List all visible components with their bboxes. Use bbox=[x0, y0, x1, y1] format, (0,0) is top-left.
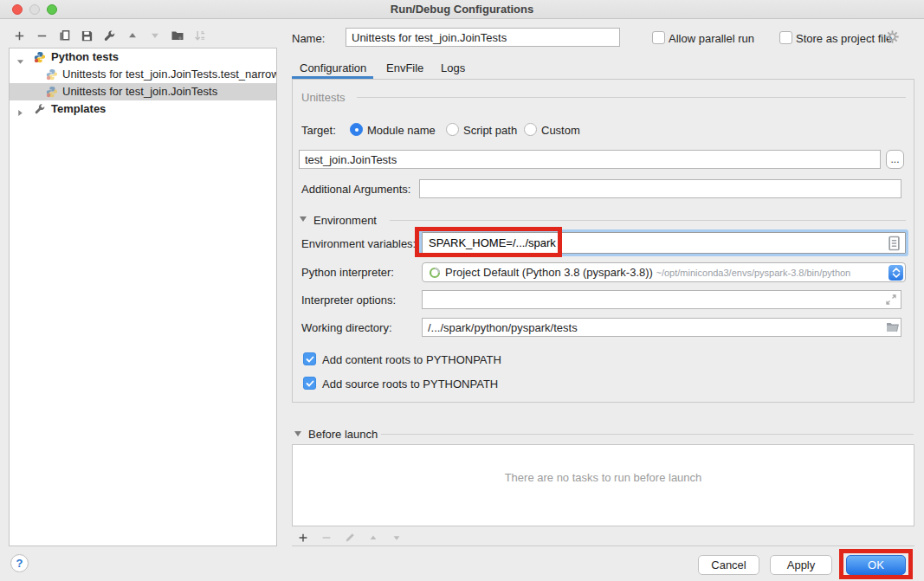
environment-variables-input[interactable] bbox=[423, 233, 905, 253]
configurations-toolbar bbox=[12, 27, 207, 44]
combo-stepper-icon[interactable] bbox=[888, 265, 903, 281]
before-launch-empty-text: There are no tasks to run before launch bbox=[293, 471, 914, 484]
wrench-icon bbox=[34, 103, 46, 115]
browse-env-vars-icon[interactable] bbox=[888, 236, 901, 254]
target-custom-label: Custom bbox=[541, 124, 580, 137]
tree-item-test-narrow[interactable]: Unittests for test_join.JoinTests.test_n… bbox=[10, 66, 276, 83]
run-debug-configurations-dialog: Run/Debug Configurations bbox=[0, 0, 924, 581]
chevron-down-icon[interactable] bbox=[16, 54, 24, 66]
python-interpreter-combo[interactable]: Project Default (Python 3.8 (pyspark-3.8… bbox=[422, 262, 906, 282]
unittests-group-label: Unittests bbox=[301, 91, 346, 104]
apply-button[interactable]: Apply bbox=[770, 555, 832, 575]
group-divider bbox=[357, 97, 906, 98]
sort-alphabetically-icon bbox=[192, 29, 207, 43]
additional-arguments-input[interactable] bbox=[419, 179, 901, 198]
browse-module-button[interactable]: ... bbox=[886, 150, 904, 169]
python-interpreter-value: Project Default (Python 3.8 (pyspark-3.8… bbox=[445, 266, 850, 279]
working-directory-label: Working directory: bbox=[301, 321, 392, 334]
additional-arguments-label: Additional Arguments: bbox=[301, 183, 410, 196]
target-script-path-label: Script path bbox=[463, 124, 517, 137]
expand-field-icon[interactable] bbox=[885, 294, 897, 308]
folder-icon[interactable] bbox=[886, 321, 900, 336]
new-folder-icon[interactable] bbox=[170, 29, 184, 43]
python-interpreter-path: ~/opt/miniconda3/envs/pyspark-3.8/bin/py… bbox=[656, 268, 851, 278]
working-directory-input[interactable] bbox=[422, 318, 901, 337]
remove-task-icon bbox=[319, 530, 333, 545]
allow-parallel-run-label: Allow parallel run bbox=[669, 32, 754, 45]
add-source-roots-checkbox[interactable] bbox=[303, 377, 316, 390]
ok-button[interactable]: OK bbox=[846, 555, 906, 575]
module-name-input[interactable] bbox=[299, 150, 881, 169]
move-task-up-icon bbox=[365, 530, 380, 545]
before-launch-divider bbox=[381, 434, 914, 435]
target-label: Target: bbox=[301, 124, 336, 137]
target-custom-radio[interactable] bbox=[524, 123, 537, 136]
python-test-icon bbox=[46, 68, 58, 81]
content-bottom-divider bbox=[292, 545, 914, 546]
python-interpreter-label: Python interpreter: bbox=[301, 266, 394, 279]
before-launch-collapse-icon[interactable] bbox=[294, 431, 301, 436]
copy-configuration-icon[interactable] bbox=[57, 29, 72, 43]
environment-collapse-icon[interactable] bbox=[300, 216, 307, 222]
chevron-right-icon[interactable] bbox=[16, 105, 24, 118]
add-source-roots-label: Add source roots to PYTHONPATH bbox=[322, 378, 498, 391]
allow-parallel-run-checkbox[interactable] bbox=[652, 31, 665, 44]
gear-icon[interactable] bbox=[885, 29, 900, 47]
target-module-name-label: Module name bbox=[367, 124, 436, 137]
tab-logs[interactable]: Logs bbox=[441, 61, 465, 74]
add-content-roots-label: Add content roots to PYTHONPATH bbox=[322, 353, 501, 366]
environment-header: Environment bbox=[313, 214, 377, 227]
target-module-name-radio[interactable] bbox=[350, 123, 363, 136]
save-configuration-icon[interactable] bbox=[80, 29, 94, 43]
store-as-project-file-checkbox[interactable] bbox=[779, 31, 792, 44]
add-configuration-icon[interactable] bbox=[12, 29, 27, 43]
edit-task-icon bbox=[342, 530, 357, 545]
python-tests-icon bbox=[34, 51, 46, 63]
move-up-icon[interactable] bbox=[125, 29, 139, 43]
tab-configuration[interactable]: Configuration bbox=[300, 61, 366, 74]
titlebar: Run/Debug Configurations bbox=[0, 0, 924, 19]
add-task-icon[interactable] bbox=[295, 530, 310, 545]
tree-item-label: Unittests for test_join.JoinTests.test_n… bbox=[62, 66, 276, 83]
conda-environment-icon bbox=[429, 267, 441, 281]
environment-variables-field[interactable] bbox=[422, 232, 906, 254]
edit-templates-icon[interactable] bbox=[102, 29, 117, 43]
tree-item-label: Unittests for test_join.JoinTests bbox=[62, 83, 217, 100]
remove-configuration-icon[interactable] bbox=[35, 29, 49, 43]
name-label: Name: bbox=[292, 32, 325, 45]
window-title: Run/Debug Configurations bbox=[0, 0, 924, 19]
interpreter-options-input[interactable] bbox=[422, 290, 901, 309]
tree-item-python-tests[interactable]: Python tests bbox=[10, 48, 276, 66]
interpreter-options-label: Interpreter options: bbox=[301, 294, 396, 307]
help-button[interactable]: ? bbox=[10, 554, 29, 572]
store-as-project-file-label: Store as project file bbox=[796, 32, 892, 45]
environment-divider bbox=[390, 220, 906, 221]
move-down-icon bbox=[147, 29, 162, 43]
add-content-roots-checkbox[interactable] bbox=[303, 352, 316, 365]
cancel-button[interactable]: Cancel bbox=[698, 555, 759, 575]
before-launch-task-list: There are no tasks to run before launch bbox=[292, 444, 914, 526]
configurations-tree: Python tests Unittests for test_join.Joi… bbox=[9, 48, 277, 546]
tree-item-templates[interactable]: Templates bbox=[10, 100, 276, 118]
tree-item-jointests-selected[interactable]: Unittests for test_join.JoinTests bbox=[10, 83, 276, 100]
before-launch-toolbar bbox=[295, 530, 404, 545]
tree-item-label: Templates bbox=[51, 100, 106, 118]
name-input[interactable] bbox=[346, 28, 620, 47]
before-launch-header: Before launch bbox=[308, 428, 378, 441]
python-test-icon bbox=[46, 86, 58, 98]
move-task-down-icon bbox=[389, 530, 404, 545]
environment-variables-label: Environment variables: bbox=[301, 237, 416, 250]
target-script-path-radio[interactable] bbox=[446, 123, 459, 136]
tab-envfile[interactable]: EnvFile bbox=[386, 61, 423, 74]
tree-item-label: Python tests bbox=[51, 48, 119, 66]
